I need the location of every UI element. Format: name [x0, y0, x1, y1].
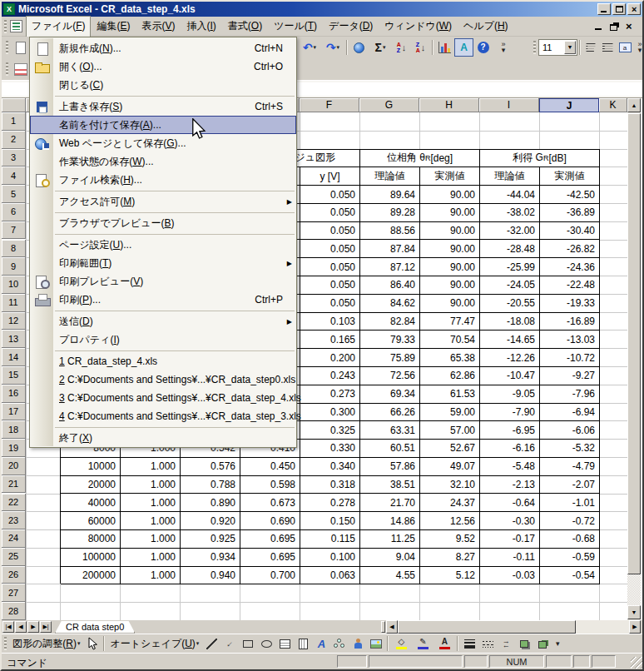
cell-J17[interactable]: -6.94 [540, 404, 600, 422]
cell-I13[interactable]: -14.65 [480, 331, 540, 349]
row-header-8[interactable]: 8 [2, 240, 26, 258]
cell-J24[interactable]: -0.68 [540, 530, 600, 549]
row-header-26[interactable]: 26 [2, 566, 26, 584]
cell-J25[interactable]: -0.59 [540, 549, 600, 567]
cell-E25[interactable]: 0.695 [240, 549, 300, 567]
menu-item-file-search[interactable]: ファイル検索(H)... [30, 171, 296, 189]
row-header-16[interactable]: 16 [2, 385, 26, 403]
insert-picture-button[interactable] [367, 635, 385, 652]
undo-button[interactable]: ↶▾ [298, 38, 321, 57]
draw-adjust-menu-button[interactable]: 図形の調整(R) ▾ [9, 635, 83, 652]
cell-I25[interactable]: -0.11 [480, 549, 540, 567]
row-header-14[interactable]: 14 [2, 348, 26, 366]
cell-I9[interactable]: -25.99 [480, 258, 540, 276]
sheet-tab[interactable]: CR data step0 [55, 621, 135, 634]
cell-J12[interactable]: -16.89 [540, 313, 600, 331]
clip-art-button[interactable] [349, 635, 367, 652]
oval-tool-button[interactable] [257, 635, 275, 652]
align-center-button[interactable] [582, 38, 599, 57]
cell-H21[interactable]: 32.10 [420, 476, 480, 495]
cell-G8[interactable]: 87.84 [360, 240, 420, 258]
cell-J16[interactable]: -7.96 [540, 385, 600, 404]
workbook-minimize-button[interactable] [595, 22, 602, 30]
cell-G14[interactable]: 75.89 [360, 349, 420, 367]
cell-B20[interactable]: 10000 [61, 458, 121, 476]
menu-item-print-area[interactable]: 印刷範囲(T)▶ [30, 254, 296, 272]
cell-D25[interactable]: 0.934 [181, 549, 240, 567]
column-header-F[interactable]: F [300, 98, 359, 112]
toolbar-options-button[interactable]: »▾ [498, 38, 509, 57]
3d-style-button[interactable] [533, 635, 552, 652]
row-header-5[interactable]: 5 [2, 185, 26, 203]
cell-G12[interactable]: 82.84 [360, 313, 420, 331]
cell-C25[interactable]: 1.000 [121, 549, 181, 567]
row-header-22[interactable]: 22 [2, 494, 26, 512]
cell-J11[interactable]: -19.33 [540, 295, 600, 313]
cell-I12[interactable]: -18.08 [480, 313, 540, 331]
menubar-item-E[interactable]: 編集(E) [91, 16, 136, 37]
column-header-J[interactable]: J [539, 98, 599, 112]
column-header-K[interactable]: K [599, 98, 627, 112]
cell-I15[interactable]: -10.47 [480, 367, 540, 385]
cell-H20[interactable]: 49.07 [420, 458, 480, 476]
previous-sheet-button[interactable]: ◀ [15, 621, 27, 633]
row-header-24[interactable]: 24 [2, 529, 26, 548]
cell-H24[interactable]: 9.52 [420, 530, 480, 549]
toolbar-options-button[interactable]: ▾ [552, 634, 563, 653]
row-header-13[interactable]: 13 [2, 330, 26, 348]
cell-I7[interactable]: -32.00 [480, 222, 540, 241]
row-header-9[interactable]: 9 [2, 257, 26, 276]
menu-item-save-as-web-page[interactable]: Web ページとして保存(G)... [30, 134, 296, 152]
menubar-item-V[interactable]: 表示(V) [136, 16, 181, 37]
cell-J26[interactable]: -0.54 [540, 567, 600, 585]
line-tool-button[interactable] [202, 635, 220, 652]
menubar-item-I[interactable]: 挿入(I) [181, 16, 222, 37]
menubar-item-F[interactable]: ファイル(F) [26, 16, 91, 37]
cell-J20[interactable]: -4.79 [540, 458, 600, 476]
cell-B23[interactable]: 60000 [61, 512, 121, 530]
horizontal-scrollbar[interactable]: ◀ ▶ [386, 620, 641, 634]
cell-H5[interactable]: 90.00 [420, 186, 480, 204]
workbook-restore-button[interactable] [610, 24, 617, 31]
menu-item-web-page-preview[interactable]: ブラウザでプレビュー(B) [30, 214, 296, 232]
row-header-1[interactable]: 1 [2, 112, 26, 131]
menu-item-save-workspace[interactable]: 作業状態の保存(W)... [30, 152, 296, 171]
cell-F18[interactable]: 0.325 [300, 421, 360, 440]
cell-D22[interactable]: 0.890 [181, 494, 240, 512]
cell-H26[interactable]: 5.12 [420, 567, 480, 585]
cell-I6[interactable]: -38.02 [480, 204, 540, 222]
cell-D23[interactable]: 0.920 [181, 512, 240, 530]
cell-I20[interactable]: -5.48 [480, 458, 540, 476]
menu-item-save[interactable]: 上書き保存(S)Ctrl+S [30, 97, 296, 116]
line-style-button[interactable] [460, 635, 478, 652]
vertical-scrollbar[interactable]: ▲ ▼ [627, 98, 641, 620]
cell-H16[interactable]: 61.53 [420, 385, 480, 404]
chart-wizard-button[interactable] [435, 38, 454, 57]
menubar-item-T[interactable]: ツール(T) [268, 16, 323, 37]
sort-ascending-button[interactable]: AZ↓ [392, 38, 411, 57]
font-size-combo[interactable]: 11▼ [538, 39, 577, 56]
row-header-4[interactable]: 4 [2, 167, 26, 185]
cell-F20[interactable]: 0.340 [300, 458, 360, 476]
cell-I5[interactable]: -44.04 [480, 186, 540, 204]
toolbar-grip[interactable] [533, 41, 536, 54]
shadow-style-button[interactable] [515, 635, 533, 652]
cell-I10[interactable]: -24.05 [480, 276, 540, 295]
menu-item-page-setup[interactable]: ページ設定(U)... [30, 236, 296, 254]
diagram-button[interactable] [330, 635, 349, 652]
minimize-button[interactable] [597, 3, 611, 15]
select-all-corner[interactable] [2, 98, 26, 112]
menu-item-recent-file-1[interactable]: 1 CR_data_step_4.xls [30, 352, 296, 370]
font-color-button[interactable]: A [433, 635, 455, 652]
cell-I24[interactable]: -0.17 [480, 530, 540, 549]
cell-G22[interactable]: 21.70 [360, 494, 420, 512]
cell-I14[interactable]: -12.26 [480, 349, 540, 367]
sort-descending-button[interactable]: ZA↓ [411, 38, 430, 57]
menu-item-permission[interactable]: アクセス許可(M)▶ [30, 192, 296, 211]
cell-H15[interactable]: 62.86 [420, 367, 480, 385]
autoshapes-menu-button[interactable]: オートシェイプ(U) ▾ [107, 635, 202, 652]
help-button[interactable]: ? [473, 38, 493, 57]
cell-D20[interactable]: 0.576 [181, 458, 240, 476]
row-header-25[interactable]: 25 [2, 548, 26, 566]
cell-H11[interactable]: 90.00 [420, 295, 480, 313]
